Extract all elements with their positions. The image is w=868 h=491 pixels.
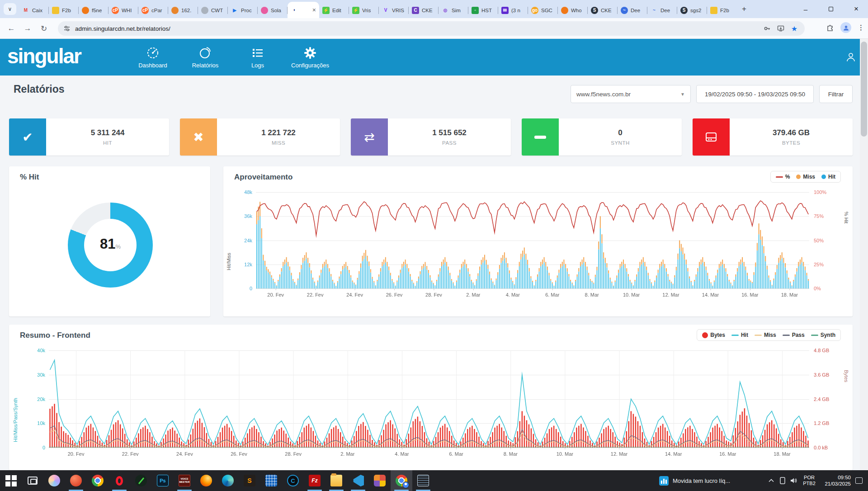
site-info-icon[interactable] [63,25,71,32]
taskbar-voicemeeter-icon[interactable]: VOICE MEETER [174,470,195,491]
browser-tab[interactable]: SCKE [588,3,618,18]
legend-item-pct[interactable]: % [776,174,790,180]
tray-chevron-up-icon[interactable] [765,470,777,491]
forward-button[interactable]: → [22,23,33,34]
taskbar-ccleaner-blue-icon[interactable]: C [282,470,304,491]
address-bar[interactable]: admin.singularcdn.net.br/relatorios/ ★ [58,21,805,36]
nav-item-logs[interactable]: Logs [231,39,284,76]
date-range-input[interactable]: 19/02/2025 09:50 - 19/03/2025 09:50 [696,85,814,103]
taskbar-filezilla-icon[interactable]: Fz [304,470,326,491]
browser-tab[interactable]: VVRIS [379,3,409,18]
legend-item-miss[interactable]: Miss [796,174,815,180]
site-select[interactable]: www.f5news.com.br ▼ [571,85,691,103]
browser-tab[interactable]: ~Dee [647,3,677,18]
browser-tab[interactable]: ▶Proc [228,3,258,18]
browser-tab[interactable]: MCaix [19,3,49,18]
taskbar-photoshop-icon[interactable]: Ps [152,470,174,491]
stat-value: 1 515 652 [432,128,467,137]
reload-button[interactable]: ↻ [38,23,50,34]
browser-tab[interactable]: Sola [258,3,288,18]
nav-item-relatorios[interactable]: Relatórios [179,39,231,76]
taskbar-opera-icon[interactable] [108,470,130,491]
page-scrollbar[interactable] [860,39,868,470]
language-indicator[interactable]: POR PTB2 [799,475,819,486]
taskbar-calculator-icon[interactable] [260,470,282,491]
site-select-value: www.f5news.com.br [576,91,631,98]
tab-label: sgs2 [690,8,701,13]
nav-item-configuracoes[interactable]: Configurações [284,39,336,76]
scrollbar-thumb[interactable] [861,42,867,137]
news-icon [659,476,669,486]
browser-tab[interactable]: CCKE [409,3,439,18]
browser-tab[interactable]: 162. [168,3,198,18]
taskbar-chrome-profile-icon[interactable] [391,470,412,491]
taskbar-ccleaner-icon[interactable] [65,470,87,491]
browser-tab[interactable]: ⚡Edit [319,3,349,18]
browser-tab[interactable]: ◎Sim [439,3,468,18]
tab-favicon [171,7,179,14]
taskbar-vscode-icon[interactable] [347,470,369,491]
browser-tab[interactable]: CWT [198,3,228,18]
taskbar-explorer-icon[interactable] [326,470,347,491]
legend-item-miss[interactable]: Miss [755,332,776,338]
legend-item-synth[interactable]: Synth [811,332,835,338]
browser-menu-icon[interactable]: ⋮ [858,24,864,32]
window-minimize-button[interactable]: – [794,0,817,18]
stat-card-synth: 0 SYNTH [522,118,682,156]
browser-tab[interactable]: ▫HST [468,3,498,18]
tab-favicon [201,7,208,14]
taskbar-notepad-icon[interactable] [412,470,434,491]
legend-item-pass[interactable]: Pass [783,332,805,338]
filter-button[interactable]: Filtrar [819,85,853,103]
window-close-button[interactable]: × [844,0,868,18]
browser-tab[interactable]: Ssgs2 [677,3,707,18]
tab-close-icon[interactable]: × [312,7,316,13]
taskbar-copilot-icon[interactable] [43,470,65,491]
taskbar-edge-icon[interactable] [217,470,239,491]
tray-speaker-icon[interactable] [788,470,799,491]
taskbar-sublime-icon[interactable]: S [239,470,260,491]
taskbar-blocks-icon[interactable] [369,470,391,491]
bookmark-star-icon[interactable]: ★ [789,24,799,33]
stat-card-bytes: 379.46 GB BYTES [693,118,853,156]
list-icon [251,46,264,60]
back-button[interactable]: ← [5,23,17,34]
browser-tab-active[interactable]: ◗× [288,2,319,18]
tab-search-icon[interactable]: ∨ [4,3,16,15]
taskbar-clock[interactable]: 09:50 21/03/2025 [819,474,853,487]
news-widget[interactable]: Movida tem lucro líq... [659,470,730,491]
legend-label: Pass [792,332,805,338]
taskbar-firefox-icon[interactable] [195,470,217,491]
browser-tab[interactable]: F2b [49,3,79,18]
browser-tab[interactable]: goSGC [528,3,558,18]
browser-tab[interactable]: ~Dee [618,3,647,18]
browser-tab[interactable]: cPcPar [138,3,168,18]
browser-tab[interactable]: cPWHI [108,3,138,18]
browser-tab[interactable]: ✉(3 n [498,3,528,18]
taskbar-pen-icon[interactable] [130,470,152,491]
profile-avatar[interactable] [840,22,851,33]
url-text[interactable]: admin.singularcdn.net.br/relatorios/ [75,25,759,32]
legend-item-hit[interactable]: Hit [731,332,748,338]
new-tab-button[interactable]: + [739,4,750,14]
install-icon[interactable] [776,24,786,33]
taskbar-start-icon[interactable] [0,470,22,491]
legend-item-hit[interactable]: Hit [821,174,835,180]
password-key-icon[interactable] [762,24,772,33]
tray-phone-icon[interactable] [777,470,788,491]
singular-logo[interactable]: singular [7,44,81,68]
taskbar-taskview-icon[interactable] [22,470,43,491]
browser-tab[interactable]: F2b [707,3,737,18]
legend-item-bytes[interactable]: Bytes [702,332,725,338]
window-maximize-button[interactable] [819,0,843,18]
user-icon[interactable] [845,52,856,64]
browser-tab[interactable]: ⚡Vris [349,3,379,18]
browser-tab[interactable]: f5ne [79,3,108,18]
taskbar-chrome-icon[interactable] [87,470,108,491]
tab-favicon: ⚡ [322,7,330,14]
action-center-icon[interactable] [855,477,863,484]
browser-tab[interactable]: Who [558,3,588,18]
extensions-icon[interactable] [826,24,834,32]
nav-item-dashboard[interactable]: Dashboard [127,39,179,76]
browser-toolbar: ← → ↻ admin.singularcdn.net.br/relatorio… [0,18,868,39]
